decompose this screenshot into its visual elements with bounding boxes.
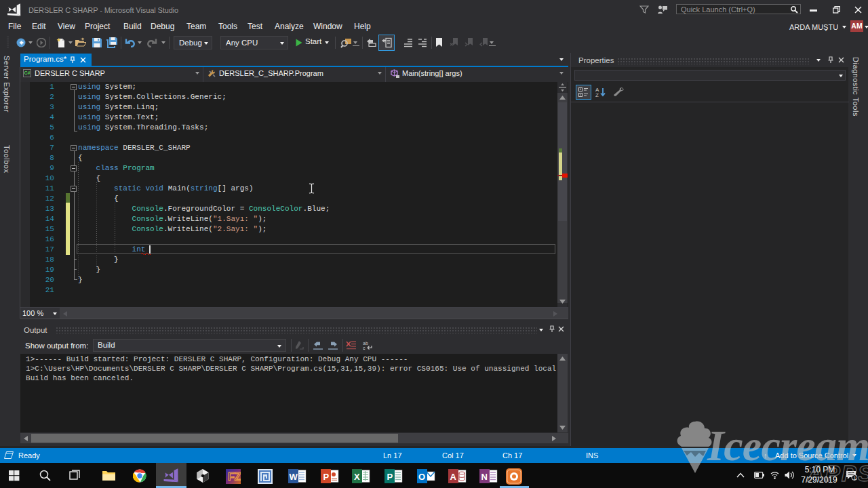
svg-text:P: P (387, 472, 393, 482)
svg-text:ab: ab (363, 341, 368, 346)
svg-text:O: O (418, 472, 425, 482)
svg-text:N: N (481, 472, 488, 482)
svg-text:c: c (363, 346, 366, 350)
svg-text:1: 1 (853, 475, 856, 481)
svg-text:P: P (323, 472, 330, 482)
svg-text:Z: Z (595, 92, 599, 98)
svg-text:W: W (290, 472, 298, 482)
svg-text:X: X (354, 472, 360, 482)
svg-text:A: A (450, 472, 457, 482)
svg-text:FZ: FZ (228, 471, 241, 483)
